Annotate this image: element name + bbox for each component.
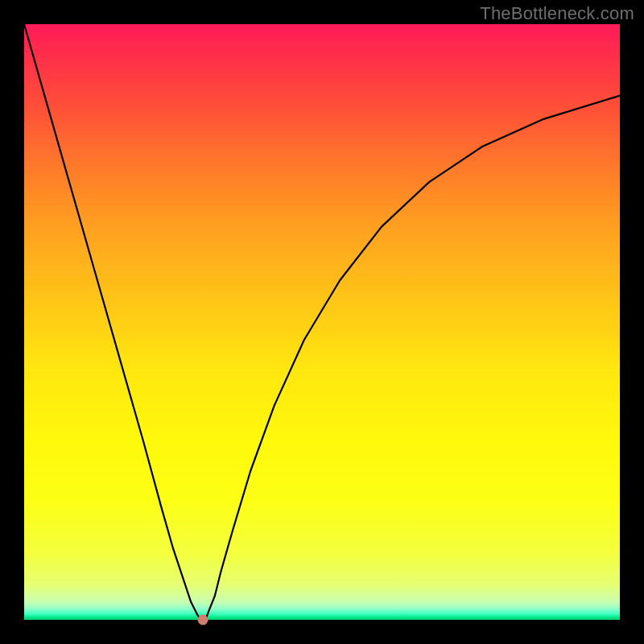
plot-area	[24, 24, 620, 620]
watermark-text: TheBottleneck.com	[480, 3, 634, 24]
bottleneck-curve	[24, 24, 620, 620]
chart-frame: TheBottleneck.com	[0, 0, 644, 644]
optimum-marker	[198, 615, 208, 625]
